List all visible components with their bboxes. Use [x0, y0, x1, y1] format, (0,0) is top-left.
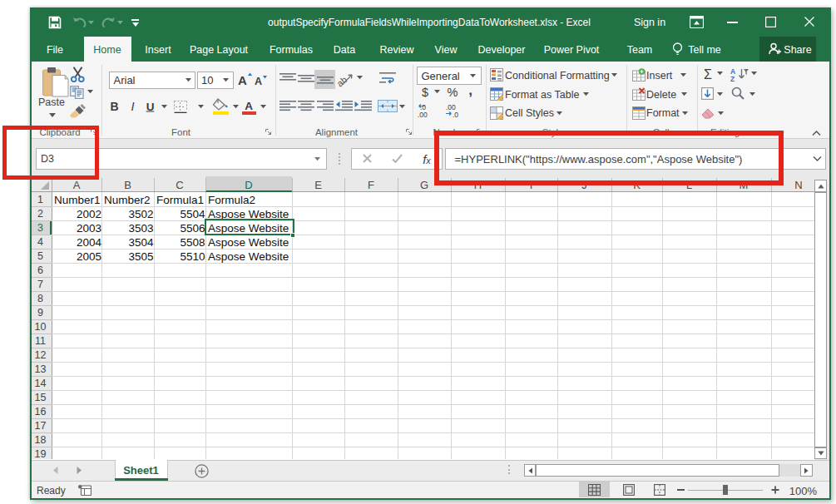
- svg-text:Z: Z: [730, 75, 735, 82]
- svg-text:ab: ab: [338, 74, 349, 87]
- svg-text:.00: .00: [418, 111, 428, 119]
- svg-text:A: A: [238, 73, 247, 86]
- svg-text:A: A: [255, 76, 262, 86]
- svg-text:.0: .0: [453, 111, 458, 119]
